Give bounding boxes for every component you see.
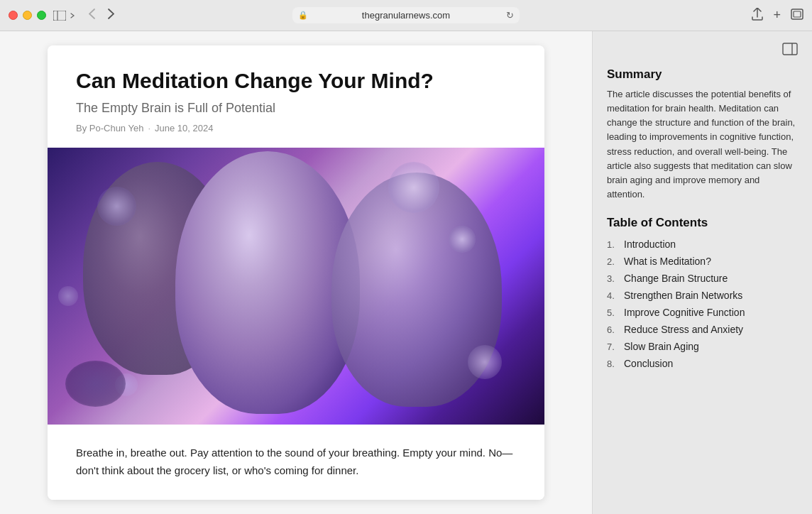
forward-button[interactable] <box>104 7 119 23</box>
sidebar: Summary The article discusses the potent… <box>592 31 812 514</box>
toc-number: 2. <box>607 256 620 267</box>
toc-number: 5. <box>607 307 620 318</box>
article-hero-image <box>48 148 544 425</box>
tabs-icon[interactable] <box>791 9 803 23</box>
refresh-button[interactable]: ↻ <box>506 10 514 21</box>
nav-buttons <box>84 7 119 23</box>
sidebar-view-toggle <box>607 43 798 59</box>
hero-orb-1 <box>97 187 136 226</box>
summary-section: Summary The article discusses the potent… <box>607 67 798 202</box>
back-button[interactable] <box>84 7 99 23</box>
toc-number: 6. <box>607 324 620 335</box>
article-body-text: Breathe in, breathe out. Pay attention t… <box>76 444 516 480</box>
toc-link[interactable]: Reduce Stress and Anxiety <box>624 324 743 335</box>
article-card: Can Meditation Change Your Mind? The Emp… <box>48 45 544 500</box>
toc-link[interactable]: Change Brain Structure <box>624 273 728 284</box>
address-bar[interactable] <box>292 7 520 23</box>
article-meta: By Po-Chun Yeh · June 10, 2024 <box>76 123 516 133</box>
article-date: June 10, 2024 <box>155 123 213 133</box>
toc-number: 1. <box>607 239 620 250</box>
toc-link[interactable]: What is Meditation? <box>624 256 711 267</box>
browser-area: Can Meditation Change Your Mind? The Emp… <box>0 31 812 514</box>
toc-number: 4. <box>607 290 620 301</box>
toc-heading: Table of Contents <box>607 216 798 230</box>
traffic-lights <box>9 11 46 20</box>
toc-link[interactable]: Strengthen Brain Networks <box>624 290 742 301</box>
toc-link[interactable]: Introduction <box>624 239 676 250</box>
toc-link[interactable]: Improve Cognitive Function <box>624 307 745 318</box>
toc-list: 1.Introduction2.What is Meditation?3.Cha… <box>607 236 798 372</box>
hero-blob <box>65 361 126 407</box>
toc-link[interactable]: Slow Brain Aging <box>624 341 699 352</box>
toc-number: 3. <box>607 273 620 284</box>
article-subtitle: The Empty Brain is Full of Potential <box>76 101 516 116</box>
toc-item[interactable]: 6.Reduce Stress and Anxiety <box>607 321 798 338</box>
svg-rect-0 <box>53 11 66 21</box>
toc-number: 8. <box>607 359 620 369</box>
hero-orb-5 <box>468 345 502 379</box>
toc-item[interactable]: 7.Slow Brain Aging <box>607 338 798 355</box>
share-icon[interactable] <box>752 8 763 23</box>
toc-item[interactable]: 8.Conclusion <box>607 355 798 372</box>
toc-item[interactable]: 5.Improve Cognitive Function <box>607 304 798 321</box>
toc-link[interactable]: Conclusion <box>624 358 673 369</box>
sidebar-toggle[interactable] <box>53 11 76 21</box>
close-button[interactable] <box>9 11 18 20</box>
svg-rect-4 <box>783 43 797 55</box>
hero-orb-4 <box>58 286 78 306</box>
toc-number: 7. <box>607 341 620 352</box>
new-tab-icon[interactable]: + <box>773 8 781 23</box>
article-header: Can Meditation Change Your Mind? The Emp… <box>48 45 544 148</box>
lock-icon: 🔒 <box>298 11 308 20</box>
summary-text: The article discusses the potential bene… <box>607 87 798 202</box>
toc-item[interactable]: 4.Strengthen Brain Networks <box>607 287 798 304</box>
svg-rect-3 <box>794 11 801 17</box>
toolbar-right: + <box>752 8 803 23</box>
toc-item[interactable]: 2.What is Meditation? <box>607 253 798 270</box>
hero-orb-2 <box>449 226 476 253</box>
article-author: By Po-Chun Yeh <box>76 123 143 133</box>
article-area: Can Meditation Change Your Mind? The Emp… <box>0 31 592 514</box>
summary-heading: Summary <box>607 67 798 82</box>
toc-item[interactable]: 1.Introduction <box>607 236 798 253</box>
article-body: Breathe in, breathe out. Pay attention t… <box>48 425 544 500</box>
meta-dot: · <box>148 123 150 133</box>
maximize-button[interactable] <box>37 11 46 20</box>
minimize-button[interactable] <box>23 11 32 20</box>
article-title: Can Meditation Change Your Mind? <box>76 68 516 94</box>
toc-section: Table of Contents 1.Introduction2.What i… <box>607 216 798 372</box>
toc-item[interactable]: 3.Change Brain Structure <box>607 270 798 287</box>
hero-orb-3 <box>388 162 439 213</box>
sidebar-view-toggle-button[interactable] <box>782 43 798 59</box>
address-bar-container: 🔒 ↻ <box>292 7 520 23</box>
title-bar: 🔒 ↻ + <box>0 0 812 31</box>
